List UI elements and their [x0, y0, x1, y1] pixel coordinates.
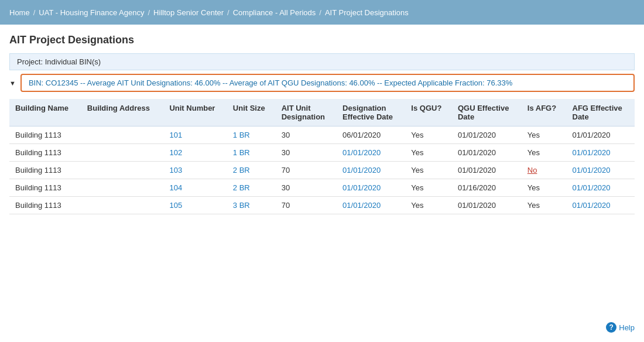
cell-is-qgu: Yes — [405, 144, 452, 162]
col-designation-effective-date: DesignationEffective Date — [337, 99, 405, 126]
cell-building-name: Building 1113 — [9, 179, 81, 197]
cell-is-afg: Yes — [522, 126, 567, 144]
cell-unit-number[interactable]: 102 — [163, 144, 227, 162]
cell-designation-effective-date[interactable]: 01/01/2020 — [337, 144, 405, 162]
cell-is-qgu: Yes — [405, 197, 452, 214]
table-row: Building 11131032 BR7001/01/2020Yes01/01… — [9, 162, 635, 179]
nav-agency[interactable]: UAT - Housing Finance Agency — [39, 8, 144, 17]
nav-ait-designations[interactable]: AIT Project Designations — [325, 8, 409, 17]
nav-sep-4: / — [319, 8, 321, 17]
cell-qgu-effective-date: 01/01/2020 — [452, 126, 522, 144]
data-table: Building Name Building Address Unit Numb… — [9, 99, 635, 214]
project-label: Project: Individual BIN(s) — [17, 57, 101, 66]
bin-row: ▼ BIN: CO12345 -- Average AIT Unit Desig… — [9, 74, 635, 92]
cell-building-name: Building 1113 — [9, 144, 81, 162]
cell-is-qgu: Yes — [405, 179, 452, 197]
bin-summary-text: BIN: CO12345 -- Average AIT Unit Designa… — [29, 78, 512, 87]
cell-is-afg: Yes — [522, 144, 567, 162]
cell-ait-unit-designation: 70 — [276, 162, 337, 179]
cell-unit-size[interactable]: 3 BR — [227, 197, 276, 214]
cell-unit-size[interactable]: 1 BR — [227, 144, 276, 162]
cell-ait-unit-designation: 30 — [276, 144, 337, 162]
cell-designation-effective-date[interactable]: 01/01/2020 — [337, 162, 405, 179]
cell-building-address — [81, 162, 164, 179]
cell-unit-number[interactable]: 101 — [163, 126, 227, 144]
cell-unit-number[interactable]: 105 — [163, 197, 227, 214]
nav-sep-3: / — [227, 8, 229, 17]
collapse-arrow[interactable]: ▼ — [9, 80, 16, 87]
table-row: Building 11131011 BR3006/01/2020Yes01/01… — [9, 126, 635, 144]
cell-building-name: Building 1113 — [9, 162, 81, 179]
nav-senior-center[interactable]: Hilltop Senior Center — [153, 8, 224, 17]
col-unit-size: Unit Size — [227, 99, 276, 126]
cell-building-name: Building 1113 — [9, 126, 81, 144]
cell-unit-size[interactable]: 1 BR — [227, 126, 276, 144]
cell-afg-effective-date: 01/01/2020 — [567, 144, 635, 162]
cell-ait-unit-designation: 30 — [276, 179, 337, 197]
page-title: AIT Project Designations — [9, 34, 635, 46]
col-is-qgu: Is QGU? — [405, 99, 452, 126]
cell-unit-number[interactable]: 104 — [163, 179, 227, 197]
cell-qgu-effective-date: 01/16/2020 — [452, 179, 522, 197]
col-unit-number: Unit Number — [163, 99, 227, 126]
cell-designation-effective-date[interactable]: 01/01/2020 — [337, 179, 405, 197]
cell-afg-effective-date: 01/01/2020 — [567, 162, 635, 179]
cell-afg-effective-date: 01/01/2020 — [567, 179, 635, 197]
cell-qgu-effective-date: 01/01/2020 — [452, 162, 522, 179]
table-header-row: Building Name Building Address Unit Numb… — [9, 99, 635, 126]
cell-afg-effective-date: 01/01/2020 — [567, 126, 635, 144]
col-afg-effective-date: AFG EffectiveDate — [567, 99, 635, 126]
cell-unit-number[interactable]: 103 — [163, 162, 227, 179]
cell-is-afg[interactable]: No — [522, 162, 567, 179]
breadcrumb-nav: Home / UAT - Housing Finance Agency / Hi… — [0, 0, 644, 25]
cell-building-address — [81, 197, 164, 214]
project-info-bar: Project: Individual BIN(s) — [9, 53, 635, 70]
nav-sep-1: / — [33, 8, 36, 17]
nav-compliance[interactable]: Compliance - All Periods — [233, 8, 316, 17]
cell-afg-effective-date: 01/01/2020 — [567, 197, 635, 214]
cell-designation-effective-date[interactable]: 01/01/2020 — [337, 197, 405, 214]
cell-qgu-effective-date: 01/01/2020 — [452, 197, 522, 214]
table-row: Building 11131021 BR3001/01/2020Yes01/01… — [9, 144, 635, 162]
col-is-afg: Is AFG? — [522, 99, 567, 126]
col-qgu-effective-date: QGU EffectiveDate — [452, 99, 522, 126]
main-content: AIT Project Designations Project: Indivi… — [0, 25, 644, 342]
cell-building-name: Building 1113 — [9, 197, 81, 214]
cell-qgu-effective-date: 01/01/2020 — [452, 144, 522, 162]
cell-designation-effective-date: 06/01/2020 — [337, 126, 405, 144]
table-row: Building 11131053 BR7001/01/2020Yes01/01… — [9, 197, 635, 214]
cell-is-afg: Yes — [522, 197, 567, 214]
nav-sep-2: / — [148, 8, 150, 17]
cell-is-qgu: Yes — [405, 162, 452, 179]
cell-building-address — [81, 126, 164, 144]
bin-summary-box: BIN: CO12345 -- Average AIT Unit Designa… — [20, 74, 635, 92]
table-row: Building 11131042 BR3001/01/2020Yes01/16… — [9, 179, 635, 197]
cell-is-qgu: Yes — [405, 126, 452, 144]
col-building-name: Building Name — [9, 99, 81, 126]
col-ait-unit-designation: AIT UnitDesignation — [276, 99, 337, 126]
cell-building-address — [81, 144, 164, 162]
cell-ait-unit-designation: 30 — [276, 126, 337, 144]
help-icon: ? — [606, 322, 616, 333]
cell-unit-size[interactable]: 2 BR — [227, 179, 276, 197]
cell-ait-unit-designation: 70 — [276, 197, 337, 214]
cell-is-afg: Yes — [522, 179, 567, 197]
col-building-address: Building Address — [81, 99, 164, 126]
cell-building-address — [81, 179, 164, 197]
help-button[interactable]: ? Help — [606, 322, 635, 333]
help-label: Help — [619, 323, 635, 332]
cell-unit-size[interactable]: 2 BR — [227, 162, 276, 179]
nav-home[interactable]: Home — [9, 8, 30, 17]
